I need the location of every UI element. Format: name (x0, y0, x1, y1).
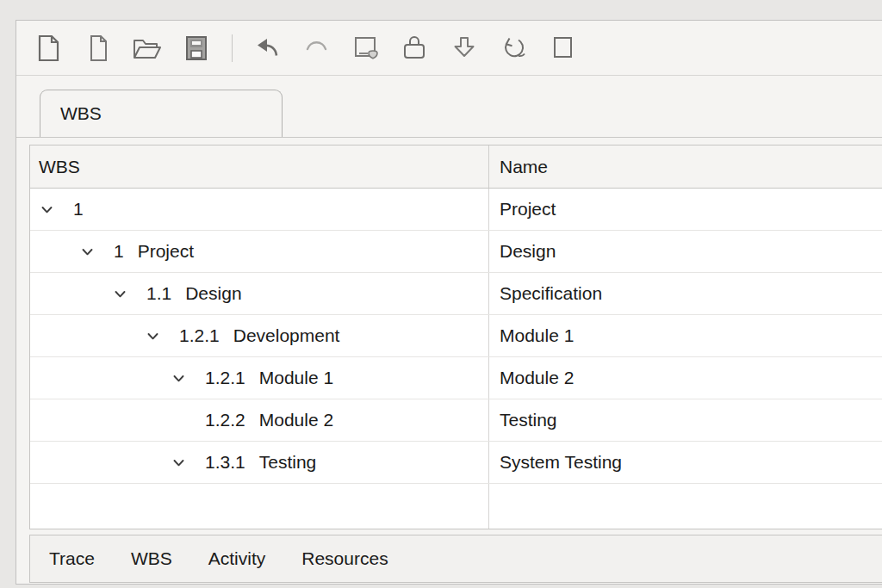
table-header: WBS Name (30, 145, 882, 189)
wbs-cell[interactable]: 1 Project (30, 231, 489, 272)
lock-button[interactable] (400, 31, 431, 65)
export-stamp-icon (350, 31, 382, 65)
tab-strip: WBS (16, 76, 882, 138)
revert-button[interactable] (498, 31, 529, 65)
wbs-label: Testing (259, 452, 317, 473)
bottom-tab-bar: Trace WBS Activity Resources (29, 535, 882, 583)
table-row[interactable]: 1.2.1 Module 1 Module 2 (30, 357, 882, 399)
stop-button[interactable] (547, 31, 578, 65)
name-cell[interactable]: Specification (489, 273, 882, 314)
import-button[interactable] (449, 31, 480, 65)
wbs-label: Module 1 (259, 368, 333, 388)
wbs-cell[interactable] (30, 484, 489, 529)
wbs-label: Design (185, 283, 241, 304)
table-row[interactable]: 1 Project Design (30, 231, 882, 273)
redo-button[interactable] (301, 31, 332, 65)
column-header-name[interactable]: Name (489, 145, 882, 188)
redo-icon (301, 31, 333, 65)
rotate-left-icon (497, 31, 530, 65)
wbs-number: 1.2.1 (205, 368, 245, 388)
square-icon (547, 31, 578, 65)
wbs-cell[interactable]: 1.2.1 Development (30, 315, 489, 356)
app-window: WBS WBS Name 1 (16, 20, 882, 585)
blank-document-icon (83, 31, 114, 65)
column-header-wbs[interactable]: WBS (30, 145, 489, 188)
arrow-down-icon (448, 31, 481, 65)
wbs-number: 1 (114, 241, 124, 262)
chevron-down-icon[interactable] (40, 203, 53, 216)
tab-wbs[interactable]: WBS (40, 90, 283, 137)
table-row[interactable]: 1.2.2 Module 2 Testing (30, 399, 882, 442)
chevron-down-icon[interactable] (172, 372, 185, 385)
wbs-label: Module 2 (259, 410, 333, 430)
save-icon (181, 31, 212, 65)
chevron-down-icon[interactable] (146, 330, 159, 343)
wbs-table: WBS Name 1 Project (29, 145, 882, 529)
wbs-number: 1.2.1 (179, 325, 220, 346)
undo-button[interactable] (252, 31, 283, 65)
open-folder-icon (130, 31, 165, 65)
name-cell[interactable]: Module 2 (489, 357, 882, 399)
wbs-cell[interactable]: 1.2.2 Module 2 (30, 399, 489, 441)
save-button[interactable] (181, 31, 212, 65)
wbs-cell[interactable]: 1.2.1 Module 1 (30, 357, 489, 399)
bottom-tab-resources[interactable]: Resources (301, 548, 388, 569)
table-row[interactable]: 1 Project (30, 189, 882, 231)
wbs-cell[interactable]: 1 (30, 189, 489, 230)
wbs-label: Development (233, 325, 340, 346)
content-area: WBS Name 1 Project (16, 138, 882, 584)
name-cell[interactable]: Project (489, 189, 882, 230)
new-document-icon (34, 31, 65, 65)
wbs-cell[interactable]: 1.3.1 Testing (30, 442, 489, 483)
wbs-label: Project (138, 241, 194, 262)
wbs-number: 1 (73, 199, 84, 220)
table-row[interactable]: 1.2.1 Development Module 1 (30, 315, 882, 357)
blank-document-button[interactable] (83, 31, 114, 65)
table-row-empty[interactable] (30, 484, 882, 529)
tab-wbs-label: WBS (60, 103, 102, 124)
toolbar-separator (232, 34, 233, 62)
table-row[interactable]: 1.1 Design Specification (30, 273, 882, 315)
new-document-button[interactable] (34, 31, 65, 65)
wbs-number: 1.1 (146, 283, 171, 304)
toolbar (16, 21, 882, 76)
open-file-button[interactable] (132, 31, 163, 65)
bottom-tab-wbs[interactable]: WBS (131, 548, 172, 569)
name-cell[interactable]: Testing (489, 399, 882, 441)
name-cell[interactable]: System Testing (489, 442, 882, 483)
chevron-down-icon[interactable] (114, 288, 127, 300)
name-cell[interactable]: Module 1 (489, 315, 882, 356)
wbs-cell[interactable]: 1.1 Design (30, 273, 489, 314)
wbs-number: 1.3.1 (205, 452, 245, 473)
name-cell[interactable] (489, 484, 882, 529)
lock-icon (398, 31, 432, 65)
chevron-down-icon[interactable] (81, 245, 94, 258)
wbs-number: 1.2.2 (205, 410, 245, 430)
export-button[interactable] (351, 31, 382, 65)
bottom-tab-activity[interactable]: Activity (208, 548, 266, 569)
bottom-tab-trace[interactable]: Trace (49, 548, 95, 569)
name-cell[interactable]: Design (489, 231, 882, 272)
table-row[interactable]: 1.3.1 Testing System Testing (30, 442, 882, 484)
undo-icon (252, 31, 284, 65)
chevron-down-icon[interactable] (172, 456, 185, 469)
